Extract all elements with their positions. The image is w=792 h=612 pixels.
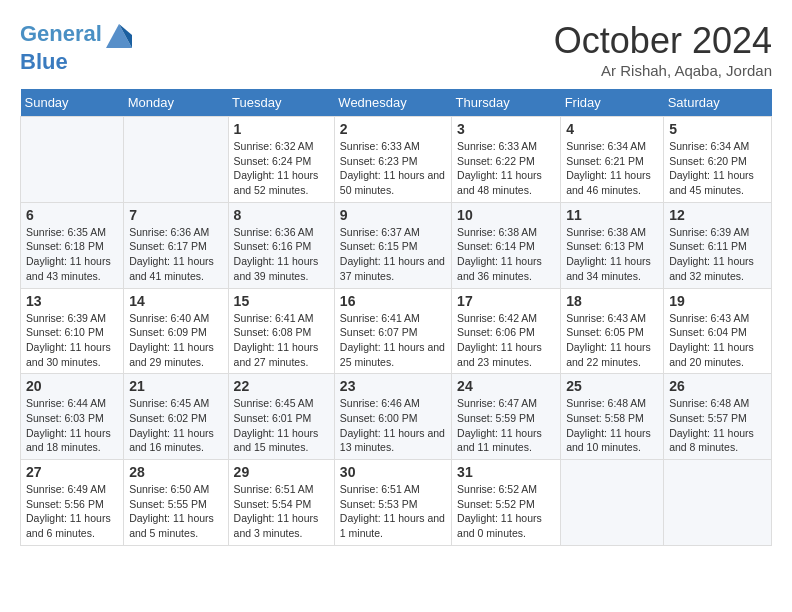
calendar-week-row: 27Sunrise: 6:49 AM Sunset: 5:56 PM Dayli… <box>21 460 772 546</box>
day-number: 28 <box>129 464 222 480</box>
calendar-cell: 12Sunrise: 6:39 AM Sunset: 6:11 PM Dayli… <box>664 202 772 288</box>
cell-details: Sunrise: 6:39 AM Sunset: 6:10 PM Dayligh… <box>26 311 118 370</box>
day-number: 4 <box>566 121 658 137</box>
calendar-cell: 2Sunrise: 6:33 AM Sunset: 6:23 PM Daylig… <box>334 117 451 203</box>
weekday-header: Tuesday <box>228 89 334 117</box>
cell-details: Sunrise: 6:51 AM Sunset: 5:53 PM Dayligh… <box>340 482 446 541</box>
calendar-week-row: 6Sunrise: 6:35 AM Sunset: 6:18 PM Daylig… <box>21 202 772 288</box>
calendar-cell: 6Sunrise: 6:35 AM Sunset: 6:18 PM Daylig… <box>21 202 124 288</box>
day-number: 15 <box>234 293 329 309</box>
day-number: 14 <box>129 293 222 309</box>
cell-details: Sunrise: 6:52 AM Sunset: 5:52 PM Dayligh… <box>457 482 555 541</box>
page-header: General Blue October 2024 Ar Rishah, Aqa… <box>20 20 772 79</box>
cell-details: Sunrise: 6:36 AM Sunset: 6:17 PM Dayligh… <box>129 225 222 284</box>
calendar-cell: 9Sunrise: 6:37 AM Sunset: 6:15 PM Daylig… <box>334 202 451 288</box>
calendar-cell: 27Sunrise: 6:49 AM Sunset: 5:56 PM Dayli… <box>21 460 124 546</box>
logo-text: General <box>20 20 134 50</box>
day-number: 9 <box>340 207 446 223</box>
calendar-cell: 28Sunrise: 6:50 AM Sunset: 5:55 PM Dayli… <box>124 460 228 546</box>
cell-details: Sunrise: 6:44 AM Sunset: 6:03 PM Dayligh… <box>26 396 118 455</box>
calendar-cell: 8Sunrise: 6:36 AM Sunset: 6:16 PM Daylig… <box>228 202 334 288</box>
day-number: 23 <box>340 378 446 394</box>
calendar-week-row: 1Sunrise: 6:32 AM Sunset: 6:24 PM Daylig… <box>21 117 772 203</box>
calendar-cell: 17Sunrise: 6:42 AM Sunset: 6:06 PM Dayli… <box>452 288 561 374</box>
cell-details: Sunrise: 6:34 AM Sunset: 6:20 PM Dayligh… <box>669 139 766 198</box>
cell-details: Sunrise: 6:49 AM Sunset: 5:56 PM Dayligh… <box>26 482 118 541</box>
day-number: 20 <box>26 378 118 394</box>
day-number: 24 <box>457 378 555 394</box>
calendar-cell: 13Sunrise: 6:39 AM Sunset: 6:10 PM Dayli… <box>21 288 124 374</box>
cell-details: Sunrise: 6:40 AM Sunset: 6:09 PM Dayligh… <box>129 311 222 370</box>
day-number: 21 <box>129 378 222 394</box>
cell-details: Sunrise: 6:42 AM Sunset: 6:06 PM Dayligh… <box>457 311 555 370</box>
logo-blue: Blue <box>20 50 134 74</box>
calendar-cell: 10Sunrise: 6:38 AM Sunset: 6:14 PM Dayli… <box>452 202 561 288</box>
calendar-cell: 26Sunrise: 6:48 AM Sunset: 5:57 PM Dayli… <box>664 374 772 460</box>
calendar-cell: 15Sunrise: 6:41 AM Sunset: 6:08 PM Dayli… <box>228 288 334 374</box>
calendar-cell <box>21 117 124 203</box>
weekday-header: Wednesday <box>334 89 451 117</box>
calendar-cell: 1Sunrise: 6:32 AM Sunset: 6:24 PM Daylig… <box>228 117 334 203</box>
cell-details: Sunrise: 6:38 AM Sunset: 6:14 PM Dayligh… <box>457 225 555 284</box>
cell-details: Sunrise: 6:50 AM Sunset: 5:55 PM Dayligh… <box>129 482 222 541</box>
day-number: 18 <box>566 293 658 309</box>
cell-details: Sunrise: 6:48 AM Sunset: 5:58 PM Dayligh… <box>566 396 658 455</box>
calendar-cell: 30Sunrise: 6:51 AM Sunset: 5:53 PM Dayli… <box>334 460 451 546</box>
calendar-cell: 21Sunrise: 6:45 AM Sunset: 6:02 PM Dayli… <box>124 374 228 460</box>
weekday-header: Monday <box>124 89 228 117</box>
calendar-cell: 18Sunrise: 6:43 AM Sunset: 6:05 PM Dayli… <box>561 288 664 374</box>
day-number: 6 <box>26 207 118 223</box>
cell-details: Sunrise: 6:34 AM Sunset: 6:21 PM Dayligh… <box>566 139 658 198</box>
logo: General Blue <box>20 20 134 74</box>
day-number: 22 <box>234 378 329 394</box>
cell-details: Sunrise: 6:32 AM Sunset: 6:24 PM Dayligh… <box>234 139 329 198</box>
calendar-cell: 23Sunrise: 6:46 AM Sunset: 6:00 PM Dayli… <box>334 374 451 460</box>
cell-details: Sunrise: 6:33 AM Sunset: 6:22 PM Dayligh… <box>457 139 555 198</box>
calendar-cell: 22Sunrise: 6:45 AM Sunset: 6:01 PM Dayli… <box>228 374 334 460</box>
month-title: October 2024 <box>554 20 772 62</box>
calendar-cell: 14Sunrise: 6:40 AM Sunset: 6:09 PM Dayli… <box>124 288 228 374</box>
cell-details: Sunrise: 6:33 AM Sunset: 6:23 PM Dayligh… <box>340 139 446 198</box>
cell-details: Sunrise: 6:46 AM Sunset: 6:00 PM Dayligh… <box>340 396 446 455</box>
calendar-cell <box>664 460 772 546</box>
cell-details: Sunrise: 6:48 AM Sunset: 5:57 PM Dayligh… <box>669 396 766 455</box>
cell-details: Sunrise: 6:39 AM Sunset: 6:11 PM Dayligh… <box>669 225 766 284</box>
title-area: October 2024 Ar Rishah, Aqaba, Jordan <box>554 20 772 79</box>
cell-details: Sunrise: 6:41 AM Sunset: 6:07 PM Dayligh… <box>340 311 446 370</box>
calendar-cell <box>124 117 228 203</box>
cell-details: Sunrise: 6:43 AM Sunset: 6:05 PM Dayligh… <box>566 311 658 370</box>
calendar-cell: 31Sunrise: 6:52 AM Sunset: 5:52 PM Dayli… <box>452 460 561 546</box>
calendar-cell: 16Sunrise: 6:41 AM Sunset: 6:07 PM Dayli… <box>334 288 451 374</box>
day-number: 1 <box>234 121 329 137</box>
cell-details: Sunrise: 6:37 AM Sunset: 6:15 PM Dayligh… <box>340 225 446 284</box>
calendar-cell: 24Sunrise: 6:47 AM Sunset: 5:59 PM Dayli… <box>452 374 561 460</box>
calendar-table: SundayMondayTuesdayWednesdayThursdayFrid… <box>20 89 772 546</box>
day-number: 12 <box>669 207 766 223</box>
day-number: 5 <box>669 121 766 137</box>
day-number: 17 <box>457 293 555 309</box>
day-number: 16 <box>340 293 446 309</box>
weekday-header: Friday <box>561 89 664 117</box>
day-number: 19 <box>669 293 766 309</box>
day-number: 8 <box>234 207 329 223</box>
cell-details: Sunrise: 6:47 AM Sunset: 5:59 PM Dayligh… <box>457 396 555 455</box>
location: Ar Rishah, Aqaba, Jordan <box>554 62 772 79</box>
weekday-header: Thursday <box>452 89 561 117</box>
calendar-cell: 7Sunrise: 6:36 AM Sunset: 6:17 PM Daylig… <box>124 202 228 288</box>
calendar-cell: 19Sunrise: 6:43 AM Sunset: 6:04 PM Dayli… <box>664 288 772 374</box>
calendar-cell: 5Sunrise: 6:34 AM Sunset: 6:20 PM Daylig… <box>664 117 772 203</box>
calendar-cell: 25Sunrise: 6:48 AM Sunset: 5:58 PM Dayli… <box>561 374 664 460</box>
day-number: 26 <box>669 378 766 394</box>
cell-details: Sunrise: 6:38 AM Sunset: 6:13 PM Dayligh… <box>566 225 658 284</box>
cell-details: Sunrise: 6:43 AM Sunset: 6:04 PM Dayligh… <box>669 311 766 370</box>
cell-details: Sunrise: 6:41 AM Sunset: 6:08 PM Dayligh… <box>234 311 329 370</box>
day-number: 11 <box>566 207 658 223</box>
cell-details: Sunrise: 6:45 AM Sunset: 6:02 PM Dayligh… <box>129 396 222 455</box>
calendar-cell: 20Sunrise: 6:44 AM Sunset: 6:03 PM Dayli… <box>21 374 124 460</box>
cell-details: Sunrise: 6:35 AM Sunset: 6:18 PM Dayligh… <box>26 225 118 284</box>
calendar-body: 1Sunrise: 6:32 AM Sunset: 6:24 PM Daylig… <box>21 117 772 546</box>
calendar-cell <box>561 460 664 546</box>
calendar-week-row: 20Sunrise: 6:44 AM Sunset: 6:03 PM Dayli… <box>21 374 772 460</box>
day-number: 29 <box>234 464 329 480</box>
calendar-cell: 29Sunrise: 6:51 AM Sunset: 5:54 PM Dayli… <box>228 460 334 546</box>
